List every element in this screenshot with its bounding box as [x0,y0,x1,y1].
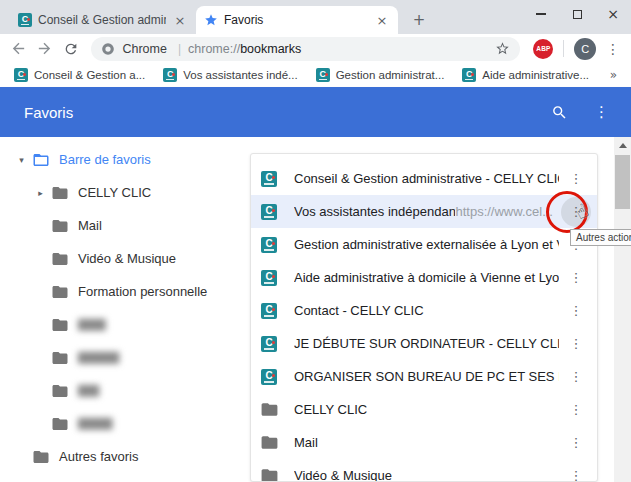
bookmarks-page-header: Favoris ⋮ [0,87,631,137]
folder-icon [260,433,279,452]
bookmark-label: Vos assistantes indé... [183,69,297,81]
site-favicon: C [261,336,277,352]
search-icon[interactable] [551,104,568,121]
bookmark-title: ORGANISER SON BUREAU DE PC ET SES DOSSIE… [294,369,559,384]
sidebar-item-redacted[interactable]: ████ [0,308,250,341]
close-window-button[interactable]: × [595,0,631,28]
forward-button[interactable] [32,36,58,62]
tab-title: Favoris [224,13,368,27]
minimize-icon [536,13,546,15]
header-menu-icon[interactable]: ⋮ [594,103,609,121]
sidebar-item-redacted[interactable]: █████ [0,407,250,440]
sidebar-item-video-musique[interactable]: Vidéo & Musique [0,242,250,275]
tab-close-icon[interactable]: × [172,13,188,28]
sidebar-item-celly-clic[interactable]: ▸ CELLY CLIC [0,176,250,209]
browser-menu-icon[interactable]: ⋮ [601,41,625,57]
site-favicon: C [163,68,177,82]
bookmarks-overflow-chevron[interactable]: » [610,68,621,82]
bookmarks-bar-item[interactable]: C Conseil & Gestion a... [10,68,159,82]
site-favicon: C [261,303,277,319]
scrollbar-up-button[interactable] [614,137,631,154]
bookmark-row-selected[interactable]: C Vos assistantes indépendant... https:/… [251,195,597,228]
sidebar-item-autres-favoris[interactable]: Autres favoris [0,440,250,473]
tooltip-text: Autres actions [576,232,631,243]
bookmark-title: Conseil & Gestion administrative - CELLY… [294,171,559,186]
maximize-button[interactable] [559,0,595,28]
tab-favoris[interactable]: Favoris × [196,6,398,34]
more-actions-icon[interactable]: ⋮ [570,271,583,284]
folder-row[interactable]: Mail ⋮ [251,426,597,459]
bookmark-label: Conseil & Gestion a... [34,69,145,81]
scrollbar-thumb[interactable] [615,155,630,209]
sidebar-item-label: Formation personnelle [78,284,207,299]
new-tab-button[interactable]: + [408,9,430,31]
folder-icon [51,250,69,268]
open-folder-icon [32,151,50,169]
bookmark-row[interactable]: C Conseil & Gestion administrative - CEL… [251,162,597,195]
bookmark-row[interactable]: C Contact - CELLY CLIC ⋮ [251,294,597,327]
bookmark-star-icon[interactable] [495,41,510,56]
bookmark-url: https://www.cel... [455,204,559,219]
reload-button[interactable] [58,36,84,62]
bookmarks-bar-item[interactable]: C Vos assistantes indé... [159,68,311,82]
sidebar-item-redacted[interactable]: ███ [0,374,250,407]
tab-conseil-gestion[interactable]: C Conseil & Gestion administrative × [10,6,196,34]
sidebar-item-mail[interactable]: Mail [0,209,250,242]
folder-icon [51,217,69,235]
chevron-right-icon[interactable]: ▸ [32,188,49,198]
more-actions-button[interactable]: ⋮ [561,197,591,227]
tab-close-icon[interactable]: × [374,13,390,28]
folder-title: Vidéo & Musique [294,468,392,482]
sidebar-item-label: ████ [78,319,105,330]
more-actions-icon[interactable]: ⋮ [570,337,583,350]
omnibox-origin-label: Chrome [122,42,166,56]
tab-title: Conseil & Gestion administrative [38,13,166,27]
more-actions-icon[interactable]: ⋮ [570,304,583,317]
more-actions-icon[interactable]: ⋮ [570,436,583,449]
folder-icon [51,382,69,400]
more-actions-icon[interactable]: ⋮ [570,403,583,416]
tooltip: Autres actions [570,229,631,246]
bookmark-row[interactable]: C Aide administrative à domicile à Vienn… [251,261,597,294]
bookmark-title: Aide administrative à domicile à Vienne … [294,270,559,285]
adblock-extension-icon[interactable]: ABP [533,39,553,59]
toolbar-divider [563,40,564,57]
chevron-down-icon[interactable]: ▾ [13,155,30,165]
bookmark-label: Gestion administrat... [336,69,445,81]
more-actions-icon[interactable]: ⋮ [570,172,583,185]
folder-icon [260,400,279,419]
folder-tree: ▾ Barre de favoris ▸ CELLY CLIC Mail [0,143,250,473]
more-actions-icon[interactable]: ⋮ [570,469,583,482]
folder-row[interactable]: Vidéo & Musique ⋮ [251,459,597,482]
sidebar-item-label: Mail [78,218,102,233]
folder-icon [51,349,69,367]
profile-avatar[interactable]: C [574,38,596,60]
minimize-button[interactable] [523,0,559,28]
back-button[interactable] [6,36,32,62]
bookmark-row[interactable]: C JE DÉBUTE SUR ORDINATEUR - CELLY CLIC … [251,327,597,360]
site-favicon: C [316,68,330,82]
sidebar-item-formation-personnelle[interactable]: Formation personnelle [0,275,250,308]
sidebar-item-label: Autres favoris [59,449,138,464]
scrollbar[interactable] [614,137,631,482]
sidebar-item-label: CELLY CLIC [78,185,151,200]
sidebar-item-label: ██████ [78,352,118,363]
folder-row[interactable]: CELLY CLIC ⋮ [251,393,597,426]
folder-title: CELLY CLIC [294,402,367,417]
omnibox[interactable]: Chrome | chrome:// bookmarks [91,37,520,61]
site-favicon: C [18,13,32,27]
bookmarks-bar-item[interactable]: C Aide administrative... [458,68,603,82]
bookmarks-bar-item[interactable]: C Gestion administrat... [312,68,459,82]
chrome-logo-icon [101,42,115,56]
bookmark-list: C Conseil & Gestion administrative - CEL… [250,153,598,482]
bookmark-title: JE DÉBUTE SUR ORDINATEUR - CELLY CLIC [294,336,559,351]
window-controls: × [523,0,631,28]
sidebar-item-label: █████ [78,418,111,429]
sidebar-item-redacted[interactable]: ██████ [0,341,250,374]
bookmark-row[interactable]: C ORGANISER SON BUREAU DE PC ET SES DOSS… [251,360,597,393]
more-actions-icon[interactable]: ⋮ [570,370,583,383]
bookmark-title: Contact - CELLY CLIC [294,303,424,318]
bookmark-row[interactable]: C Gestion administrative externalisée à … [251,228,597,261]
sidebar-item-barre-de-favoris[interactable]: ▾ Barre de favoris [0,143,250,176]
browser-toolbar: Chrome | chrome:// bookmarks ABP C ⋮ [0,34,631,63]
